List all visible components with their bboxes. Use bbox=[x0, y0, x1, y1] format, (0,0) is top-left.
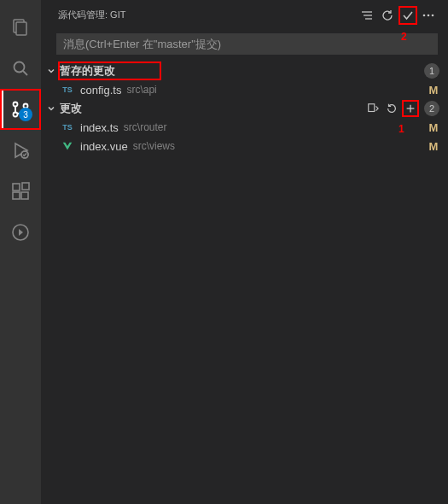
scm-badge: 3 bbox=[19, 108, 32, 121]
svg-point-19 bbox=[428, 14, 430, 16]
file-status: M bbox=[428, 140, 439, 153]
svg-point-4 bbox=[14, 103, 18, 107]
staged-section: 暂存的更改 1 TS config.ts src\api M bbox=[41, 62, 448, 99]
debug-icon[interactable] bbox=[0, 130, 41, 171]
staged-header[interactable]: 暂存的更改 1 bbox=[41, 62, 448, 80]
explorer-icon[interactable] bbox=[0, 7, 41, 48]
commit-message-input[interactable] bbox=[56, 33, 438, 55]
source-control-icon[interactable]: 3 bbox=[0, 89, 41, 130]
changes-count: 2 bbox=[424, 101, 439, 116]
svg-point-18 bbox=[423, 14, 426, 16]
view-tree-icon[interactable] bbox=[358, 6, 376, 25]
chevron-down-icon bbox=[44, 66, 58, 76]
file-name: index.ts bbox=[80, 121, 119, 134]
svg-rect-12 bbox=[21, 192, 28, 199]
file-path: src\views bbox=[133, 140, 422, 152]
svg-point-20 bbox=[432, 14, 434, 16]
more-icon[interactable] bbox=[419, 6, 438, 25]
search-icon[interactable] bbox=[0, 48, 41, 89]
ts-icon: TS bbox=[60, 123, 75, 132]
activity-bar: 3 bbox=[0, 0, 41, 504]
svg-marker-24 bbox=[63, 143, 73, 150]
staged-title: 暂存的更改 bbox=[60, 64, 115, 77]
svg-point-2 bbox=[15, 62, 25, 73]
vue-icon bbox=[60, 140, 75, 152]
stage-all-icon[interactable] bbox=[402, 100, 419, 117]
file-row[interactable]: TS index.ts src\router M bbox=[41, 118, 448, 137]
staged-count: 1 bbox=[424, 63, 439, 79]
discard-icon[interactable] bbox=[383, 100, 400, 117]
svg-rect-1 bbox=[16, 22, 26, 35]
scm-panel: 源代码管理: GIT 暂存的更改 1 TS bbox=[41, 0, 448, 504]
panel-header: 源代码管理: GIT bbox=[41, 0, 448, 30]
file-name: config.ts bbox=[80, 84, 121, 97]
file-path: src\router bbox=[124, 121, 422, 133]
changes-title: 更改 bbox=[60, 101, 363, 116]
svg-line-3 bbox=[23, 71, 27, 75]
svg-rect-10 bbox=[13, 184, 20, 190]
ts-icon: TS bbox=[60, 85, 75, 94]
commit-icon[interactable] bbox=[399, 6, 417, 25]
file-row[interactable]: index.vue src\views M bbox=[41, 137, 448, 155]
svg-rect-21 bbox=[369, 104, 375, 112]
panel-title: 源代码管理: GIT bbox=[58, 9, 352, 21]
file-status: M bbox=[428, 84, 439, 97]
chevron-down-icon bbox=[44, 103, 58, 114]
svg-rect-11 bbox=[13, 192, 20, 199]
file-name: index.vue bbox=[80, 140, 128, 153]
changes-section: 更改 2 TS index.ts src\router M bbox=[41, 99, 448, 155]
file-status: M bbox=[428, 121, 439, 134]
svg-point-5 bbox=[14, 113, 18, 117]
svg-rect-13 bbox=[22, 183, 29, 190]
changes-header[interactable]: 更改 2 bbox=[41, 99, 448, 118]
circle-icon[interactable] bbox=[0, 212, 41, 253]
extensions-icon[interactable] bbox=[0, 171, 41, 212]
file-path: src\api bbox=[126, 84, 422, 96]
open-file-icon[interactable] bbox=[364, 100, 381, 117]
file-row[interactable]: TS config.ts src\api M bbox=[41, 80, 448, 99]
refresh-icon[interactable] bbox=[378, 6, 397, 25]
